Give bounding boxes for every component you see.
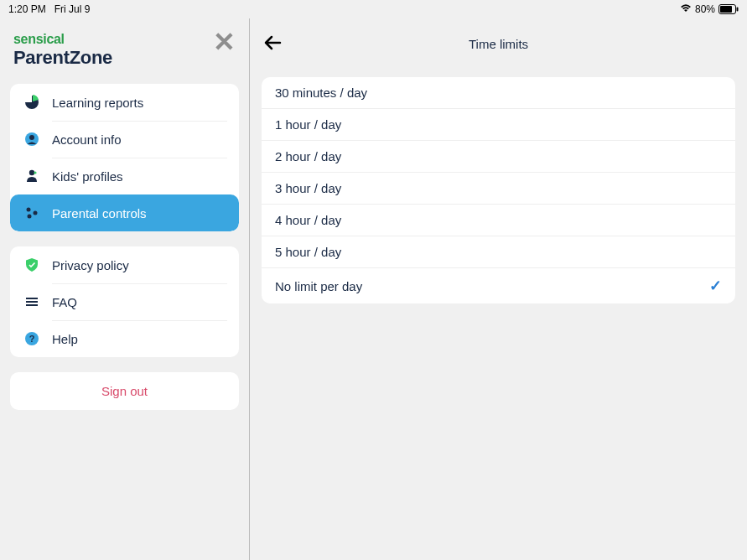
shield-icon (23, 257, 40, 273)
svg-point-5 (29, 170, 34, 175)
sidebar: sensical ParentZone ✕ Learning reports A… (0, 18, 250, 560)
sidebar-item-label: Kids' profiles (52, 169, 123, 184)
wifi-icon (680, 3, 692, 15)
time-limit-option[interactable]: 30 minutes / day (262, 77, 735, 109)
time-limit-option[interactable]: 5 hour / day (262, 236, 735, 268)
sidebar-item-label: Parental controls (52, 206, 147, 220)
user-circle-icon (23, 131, 40, 148)
svg-point-8 (34, 211, 38, 215)
svg-rect-1 (720, 6, 732, 13)
sidebar-item-learning-reports[interactable]: Learning reports (10, 84, 239, 121)
status-left: 1:20 PM Fri Jul 9 (8, 3, 90, 15)
page-title: Time limits (469, 37, 528, 51)
sidebar-item-label: Account info (52, 132, 122, 147)
menu-lines-icon (23, 293, 40, 310)
svg-point-9 (28, 215, 32, 219)
option-label: 3 hour / day (275, 181, 341, 195)
svg-point-7 (27, 208, 31, 212)
menu-group-support: Privacy policy FAQ ? Help (10, 246, 239, 357)
svg-point-4 (29, 135, 34, 140)
back-arrow-icon[interactable] (263, 32, 282, 55)
sidebar-item-privacy-policy[interactable]: Privacy policy (10, 246, 239, 283)
time-limit-option[interactable]: No limit per day ✓ (262, 268, 735, 303)
sidebar-item-faq[interactable]: FAQ (10, 283, 239, 320)
status-time: 1:20 PM (8, 3, 46, 15)
brand-top: sensical (13, 32, 112, 47)
question-icon: ? (23, 330, 40, 347)
option-label: 1 hour / day (275, 117, 341, 132)
svg-text:?: ? (29, 334, 35, 344)
content-panel: Time limits 30 minutes / day 1 hour / da… (250, 18, 747, 560)
sidebar-item-label: Learning reports (52, 96, 143, 110)
svg-point-6 (34, 171, 36, 174)
person-icon (23, 168, 40, 184)
svg-rect-2 (737, 8, 739, 12)
status-date: Fri Jul 9 (54, 3, 91, 15)
time-limit-option[interactable]: 1 hour / day (262, 109, 735, 141)
sidebar-item-label: Privacy policy (52, 258, 129, 272)
brand: sensical ParentZone (13, 32, 112, 69)
close-icon[interactable]: ✕ (213, 29, 236, 55)
status-bar: 1:20 PM Fri Jul 9 80% (0, 0, 747, 18)
option-label: 2 hour / day (275, 149, 341, 163)
sidebar-item-help[interactable]: ? Help (10, 320, 239, 357)
sidebar-item-kids-profiles[interactable]: Kids' profiles (10, 158, 239, 194)
sidebar-item-label: FAQ (52, 295, 77, 309)
battery-icon (718, 4, 739, 14)
brand-bottom: ParentZone (13, 47, 112, 69)
sign-out-label: Sign out (101, 384, 148, 398)
time-limit-list: 30 minutes / day 1 hour / day 2 hour / d… (262, 77, 735, 303)
sidebar-item-label: Help (52, 332, 78, 346)
time-limit-option[interactable]: 3 hour / day (262, 173, 735, 205)
option-label: 5 hour / day (275, 245, 341, 259)
menu-group-main: Learning reports Account info Kids' prof… (10, 84, 239, 231)
sidebar-header: sensical ParentZone ✕ (10, 29, 239, 84)
sidebar-item-parental-controls[interactable]: Parental controls (10, 194, 239, 231)
sign-out-button[interactable]: Sign out (10, 372, 239, 410)
battery-percent: 80% (695, 3, 715, 15)
check-icon: ✓ (709, 277, 722, 295)
time-limit-option[interactable]: 4 hour / day (262, 205, 735, 236)
content-header: Time limits (255, 27, 742, 72)
controls-icon (23, 205, 40, 221)
status-right: 80% (680, 3, 739, 15)
option-label: No limit per day (275, 279, 362, 293)
pie-chart-icon (23, 94, 40, 111)
option-label: 30 minutes / day (275, 86, 367, 100)
time-limit-option[interactable]: 2 hour / day (262, 141, 735, 173)
option-label: 4 hour / day (275, 213, 341, 227)
sidebar-item-account-info[interactable]: Account info (10, 121, 239, 158)
